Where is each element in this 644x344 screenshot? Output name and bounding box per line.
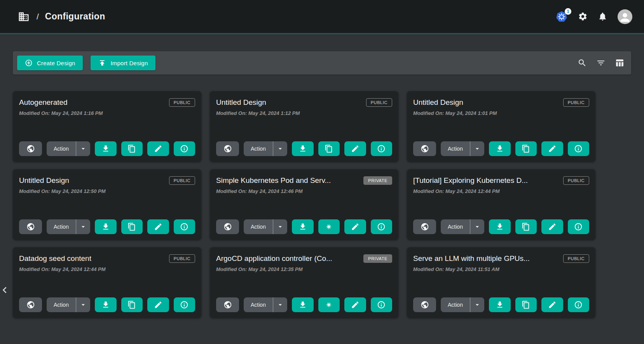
action-split-button[interactable]: Action xyxy=(244,219,287,234)
action-button-label[interactable]: Action xyxy=(47,302,76,308)
clone-button[interactable] xyxy=(318,297,340,312)
clone-button[interactable] xyxy=(515,141,537,156)
action-dropdown-toggle[interactable] xyxy=(470,145,484,153)
action-button-label[interactable]: Action xyxy=(244,146,273,152)
edit-button[interactable] xyxy=(541,297,563,312)
action-dropdown-toggle[interactable] xyxy=(76,301,90,309)
edit-button[interactable] xyxy=(147,297,169,312)
bell-icon xyxy=(598,12,607,21)
kubernetes-context-button[interactable]: 1 xyxy=(555,10,568,23)
add-circle-icon xyxy=(25,59,33,67)
user-avatar[interactable] xyxy=(618,9,632,24)
download-button[interactable] xyxy=(95,219,117,234)
edit-button[interactable] xyxy=(147,219,169,234)
card-title: ArgoCD application controller (Co... xyxy=(216,254,332,263)
info-button[interactable] xyxy=(174,297,195,312)
download-button[interactable] xyxy=(292,219,314,234)
info-button[interactable] xyxy=(568,141,590,156)
toolbar-right-actions xyxy=(578,58,624,68)
visibility-globe-button[interactable] xyxy=(413,219,436,234)
clone-button[interactable] xyxy=(121,141,143,156)
visibility-globe-button[interactable] xyxy=(216,297,239,312)
action-dropdown-toggle[interactable] xyxy=(76,223,90,231)
action-split-button[interactable]: Action xyxy=(244,141,287,156)
action-dropdown-toggle[interactable] xyxy=(273,223,287,231)
card-modified-timestamp: Modified On: May 24, 2024 11:51 AM xyxy=(413,266,589,272)
designs-toolbar: Create Design Import Design xyxy=(13,51,631,75)
edit-button[interactable] xyxy=(147,141,169,156)
design-card: ArgoCD application controller (Co... PRI… xyxy=(210,247,398,318)
action-dropdown-toggle[interactable] xyxy=(470,223,484,231)
download-icon xyxy=(496,222,504,231)
action-button-label[interactable]: Action xyxy=(244,224,273,230)
action-button-label[interactable]: Action xyxy=(441,224,470,230)
settings-button[interactable] xyxy=(578,12,588,21)
info-button[interactable] xyxy=(568,297,590,312)
action-split-button[interactable]: Action xyxy=(441,297,484,312)
edit-button[interactable] xyxy=(541,141,563,156)
visibility-globe-button[interactable] xyxy=(413,141,436,156)
import-design-button[interactable]: Import Design xyxy=(91,56,155,70)
globe-icon xyxy=(223,301,232,309)
organization-icon[interactable] xyxy=(18,10,30,23)
edit-pencil-icon xyxy=(351,222,360,231)
info-button[interactable] xyxy=(174,219,195,234)
edit-button[interactable] xyxy=(344,141,366,156)
action-dropdown-toggle[interactable] xyxy=(273,301,287,309)
action-button-label[interactable]: Action xyxy=(47,224,76,230)
edit-button[interactable] xyxy=(344,297,366,312)
action-button-label[interactable]: Action xyxy=(244,302,273,308)
info-button[interactable] xyxy=(371,219,393,234)
visibility-globe-button[interactable] xyxy=(19,297,42,312)
info-button[interactable] xyxy=(174,141,195,156)
visibility-globe-button[interactable] xyxy=(19,141,42,156)
info-button[interactable] xyxy=(371,297,393,312)
download-button[interactable] xyxy=(95,297,117,312)
visibility-globe-button[interactable] xyxy=(413,297,436,312)
clone-button[interactable] xyxy=(318,219,340,234)
download-button[interactable] xyxy=(95,141,117,156)
search-button[interactable] xyxy=(578,58,587,68)
clone-button[interactable] xyxy=(515,219,537,234)
info-icon xyxy=(574,144,583,153)
action-split-button[interactable]: Action xyxy=(47,141,90,156)
action-split-button[interactable]: Action xyxy=(47,297,90,312)
info-button[interactable] xyxy=(568,219,590,234)
person-icon xyxy=(618,11,632,24)
card-header: [Tutorial] Exploring Kubernetes D... PUB… xyxy=(413,175,589,185)
download-button[interactable] xyxy=(489,219,511,234)
notifications-button[interactable] xyxy=(598,12,607,21)
clone-button[interactable] xyxy=(121,297,143,312)
download-icon xyxy=(496,301,504,309)
table-view-button[interactable] xyxy=(615,58,624,68)
action-button-label[interactable]: Action xyxy=(441,146,470,152)
download-icon xyxy=(298,144,307,153)
edit-button[interactable] xyxy=(541,219,563,234)
action-split-button[interactable]: Action xyxy=(47,219,90,234)
edit-pencil-icon xyxy=(351,301,360,309)
action-dropdown-toggle[interactable] xyxy=(273,145,287,153)
action-dropdown-toggle[interactable] xyxy=(470,301,484,309)
filter-button[interactable] xyxy=(596,58,606,68)
card-title: Autogenerated xyxy=(19,97,68,107)
download-button[interactable] xyxy=(292,297,314,312)
action-split-button[interactable]: Action xyxy=(441,141,484,156)
action-button-label[interactable]: Action xyxy=(47,146,76,152)
visibility-globe-button[interactable] xyxy=(216,141,239,156)
action-dropdown-toggle[interactable] xyxy=(76,145,90,153)
create-design-button[interactable]: Create Design xyxy=(17,56,83,70)
edit-button[interactable] xyxy=(344,219,366,234)
clone-button[interactable] xyxy=(121,219,143,234)
action-split-button[interactable]: Action xyxy=(441,219,484,234)
download-button[interactable] xyxy=(489,141,511,156)
clone-button[interactable] xyxy=(515,297,537,312)
action-button-label[interactable]: Action xyxy=(441,302,470,308)
clone-button[interactable] xyxy=(318,141,340,156)
visibility-globe-button[interactable] xyxy=(216,219,239,234)
download-button[interactable] xyxy=(292,141,314,156)
action-split-button[interactable]: Action xyxy=(244,297,287,312)
visibility-globe-button[interactable] xyxy=(19,219,42,234)
download-button[interactable] xyxy=(489,297,511,312)
sidebar-collapse-handle[interactable] xyxy=(0,284,11,298)
info-button[interactable] xyxy=(371,141,393,156)
